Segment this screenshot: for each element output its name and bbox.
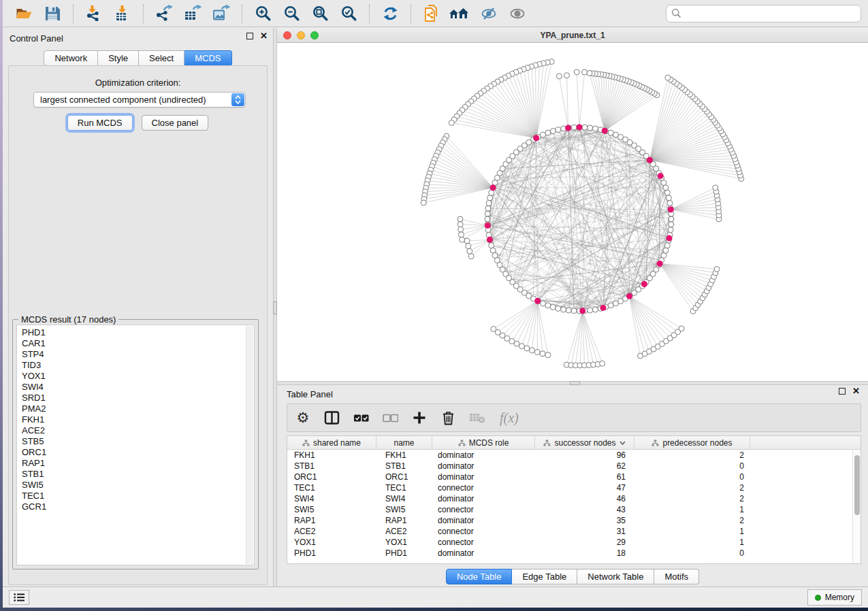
tab-node-table[interactable]: Node Table [446,569,513,584]
network-node[interactable] [592,307,598,312]
leaf-node[interactable] [458,232,464,237]
network-node[interactable] [486,201,492,206]
select-all-icon[interactable] [353,409,369,427]
mcds-hub-node[interactable] [668,206,674,212]
delete-column-trash-icon[interactable] [440,409,455,427]
mcds-hub-node[interactable] [579,308,585,314]
table-row[interactable]: RAP1RAP1dominator352 [287,515,861,526]
mcds-hub-node[interactable] [565,125,571,131]
result-node-item[interactable]: ORC1 [22,447,254,458]
network-node[interactable] [489,190,494,195]
table-row[interactable]: ACE2ACE2connector311 [287,526,861,537]
mcds-hub-node[interactable] [626,293,632,299]
zoom-fit-icon[interactable] [308,3,332,24]
result-node-item[interactable]: TEC1 [22,491,254,501]
memory-button[interactable]: Memory [807,589,862,606]
network-node[interactable] [669,222,674,227]
mcds-hub-node[interactable] [647,157,653,163]
show-graphics-eye-icon[interactable] [506,3,529,24]
float-panel-icon[interactable] [246,33,253,39]
network-node[interactable] [664,243,670,248]
float-table-panel-icon[interactable] [839,388,846,395]
leaf-node[interactable] [679,326,684,331]
leaf-node[interactable] [464,238,470,244]
result-node-item[interactable]: SRD1 [22,393,254,403]
leaf-node[interactable] [467,248,472,254]
leaf-node[interactable] [449,120,454,126]
column-header-predecessor-nodes[interactable]: predecessor nodes [634,436,750,450]
zoom-selected-icon[interactable] [337,3,360,24]
network-node[interactable] [561,307,566,312]
table-row[interactable]: FKH1FKH1dominator962 [287,450,861,461]
tab-select[interactable]: Select [139,50,184,66]
result-node-item[interactable]: SWI5 [22,480,254,491]
network-node[interactable] [571,308,577,314]
task-history-button[interactable] [9,590,29,605]
network-node[interactable] [545,303,551,308]
mcds-hub-node[interactable] [487,237,493,243]
table-row[interactable]: STB1STB1dominator620 [287,461,861,472]
network-node[interactable] [485,211,490,216]
result-node-item[interactable]: PMA2 [22,403,254,414]
close-panel-button[interactable]: Close panel [142,115,209,131]
result-node-item[interactable]: TID3 [22,360,254,371]
result-list-scrollbar[interactable] [246,326,253,564]
mcds-hub-node[interactable] [490,184,496,191]
mcds-hub-node[interactable] [485,222,491,229]
result-node-item[interactable]: YOX1 [22,371,254,382]
save-session-icon[interactable] [41,3,64,24]
mcds-hub-node[interactable] [533,135,539,141]
home-networks-icon[interactable] [449,3,472,24]
search-input[interactable] [681,9,856,18]
leaf-node[interactable] [714,267,720,272]
network-node[interactable] [556,127,561,133]
result-node-item[interactable]: STP4 [22,349,254,360]
table-scrollbar[interactable] [852,450,861,563]
zoom-in-icon[interactable] [251,3,274,24]
table-row[interactable]: PHD1PHD1dominator180 [287,548,861,559]
network-node[interactable] [669,216,674,222]
export-network-icon[interactable] [152,3,176,24]
table-row[interactable]: YOX1YOX1connector291 [287,537,861,548]
network-file-icon[interactable] [420,3,443,24]
leaf-node[interactable] [457,222,463,227]
leaf-node[interactable] [574,69,579,75]
leaf-node[interactable] [534,349,540,354]
criterion-dropdown[interactable]: largest connected component (undirected) [33,92,246,108]
leaf-node[interactable] [564,73,570,78]
column-menu-chevron-icon[interactable] [620,441,626,445]
tab-motifs[interactable]: Motifs [654,569,699,584]
leaf-node[interactable] [466,244,471,249]
network-node[interactable] [582,125,588,130]
mcds-hub-node[interactable] [534,298,541,304]
network-node[interactable] [667,201,673,206]
leaf-node[interactable] [509,338,515,344]
leaf-node[interactable] [514,341,519,346]
function-builder-icon[interactable]: f(x) [500,409,519,427]
network-node[interactable] [663,248,669,253]
network-canvas[interactable] [277,43,868,381]
tab-edge-table[interactable]: Edge Table [512,569,577,584]
network-node[interactable] [668,227,673,233]
run-mcds-button[interactable]: Run MCDS [67,115,133,131]
hide-graphics-eye-icon[interactable] [477,3,500,24]
leaf-node[interactable] [556,73,562,79]
network-node[interactable] [550,304,556,310]
table-row[interactable]: TEC1TEC1connector472 [287,482,861,493]
leaf-node[interactable] [460,237,465,242]
result-node-item[interactable]: GCR1 [22,501,254,512]
table-row[interactable]: SWI5SWI5connector431 [287,504,861,515]
result-node-item[interactable]: STB5 [22,436,254,447]
column-header-name[interactable]: name [376,436,432,450]
table-row[interactable]: ORC1ORC1dominator610 [287,472,861,482]
mcds-hub-node[interactable] [657,261,663,267]
network-node[interactable] [664,190,670,195]
mcds-hub-node[interactable] [658,173,664,179]
network-node[interactable] [588,125,593,131]
deselect-all-icon[interactable] [383,409,398,427]
export-image-icon[interactable] [210,3,233,24]
tab-style[interactable]: Style [98,50,139,66]
leaf-node[interactable] [458,227,464,232]
leaf-node[interactable] [519,344,524,349]
leaf-node[interactable] [540,351,545,357]
